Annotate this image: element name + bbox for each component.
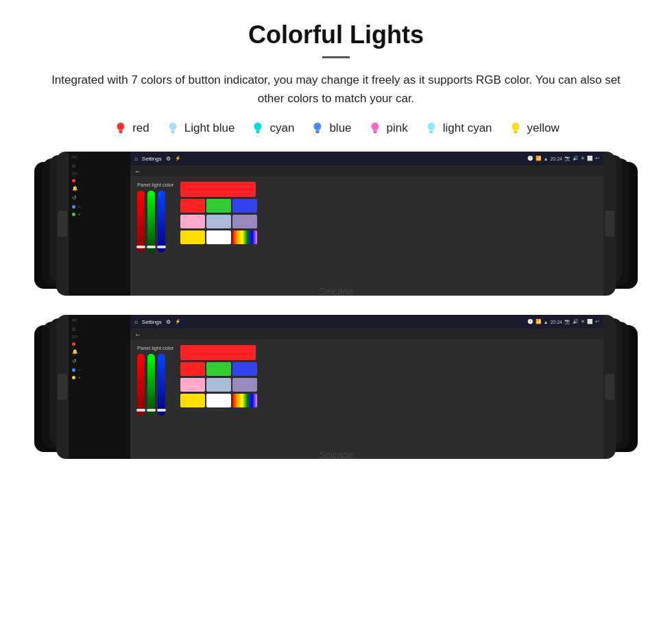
- swatch-preview-top[interactable]: [180, 182, 256, 197]
- swatch-lightblue-top[interactable]: [206, 215, 231, 228]
- camera-icon-b: 📷: [564, 319, 571, 324]
- ctrl-row-back: ↺: [72, 195, 77, 201]
- screen-content-bottom: Panel light color: [130, 340, 603, 459]
- ctrl-power-b: [72, 342, 75, 346]
- svg-point-3: [169, 123, 176, 130]
- clock-icon-b: 🕐: [527, 319, 533, 324]
- rst-label: RST: [72, 172, 78, 176]
- swatch-purple-bottom[interactable]: [232, 378, 257, 392]
- android-screen-top: ⌂ Settings ⚙ ⚡ 🕐 📶 ▲ 20:24 📷 🔊: [130, 152, 603, 296]
- nav-icon: ↩: [595, 156, 599, 161]
- color-label-red: red: [132, 121, 149, 135]
- swatch-red-bottom[interactable]: [180, 362, 205, 376]
- camera-icon: 📷: [564, 156, 571, 161]
- plus-icon: +: [78, 212, 81, 216]
- swatch-blue-bottom[interactable]: [232, 362, 257, 376]
- svg-rect-14: [373, 132, 376, 133]
- svg-rect-19: [514, 130, 518, 132]
- settings-icon: ⚙: [166, 156, 171, 162]
- screen-icon: ⬜: [587, 156, 593, 161]
- color-swatches-bottom: [180, 345, 257, 453]
- color-item-lightblue: Light blue: [165, 120, 235, 137]
- side-nub-right-top: [605, 211, 614, 237]
- vol2-dot: [72, 213, 75, 216]
- swatch-blue-top[interactable]: [232, 199, 257, 213]
- color-label-cyan: cyan: [269, 121, 294, 135]
- color-label-lightblue: Light blue: [184, 121, 235, 135]
- device-section-bottom: MIC ⌂ RST 🔔 ↺ −: [27, 315, 645, 466]
- swatch-rainbow-top[interactable]: [232, 230, 257, 244]
- topbar-left-bottom: ⌂ Settings ⚙ ⚡: [134, 319, 181, 325]
- device-section-top: MIC ⌂ RST 🔔 ↺ −: [27, 152, 645, 302]
- swatch-yellow-bottom[interactable]: [180, 394, 205, 407]
- slider-red-top[interactable]: [137, 191, 145, 252]
- color-indicator-row: red Light blue cyan: [27, 120, 645, 137]
- minus-icon: −: [78, 204, 81, 209]
- page-title: Colorful Lights: [27, 21, 645, 49]
- slider-thumb-blue: [157, 246, 166, 248]
- swatch-green-bottom[interactable]: [206, 362, 231, 376]
- home-icon-topbar-b: ⌂: [134, 319, 138, 325]
- swatch-rainbow-bottom[interactable]: [232, 394, 257, 407]
- mic-label: MIC: [72, 156, 77, 159]
- topbar-right-bottom: 🕐 📶 ▲ 20:24 📷 🔊 ✕ ⬜ ↩: [527, 319, 599, 324]
- swatch-row-2-top: [180, 215, 257, 228]
- swatch-purple-top[interactable]: [232, 215, 257, 228]
- vol-dot-b: [72, 368, 75, 372]
- description-text: Integrated with 7 colors of button indic…: [41, 71, 631, 108]
- panel-color-label: Panel light color: [137, 182, 173, 188]
- swatch-green-top[interactable]: [206, 199, 231, 213]
- nav-back-icon[interactable]: ←: [134, 167, 141, 175]
- home-icon-b: ⌂: [72, 326, 75, 332]
- power-dot: [72, 179, 75, 182]
- swatch-row-1-top: [180, 199, 257, 213]
- color-label-pink: pink: [387, 121, 408, 135]
- slider-red-bottom[interactable]: [137, 354, 145, 416]
- topbar-top: ⌂ Settings ⚙ ⚡ 🕐 📶 ▲ 20:24 📷 🔊: [130, 152, 603, 165]
- ctrl-row-power: [72, 179, 75, 182]
- clock-icon: 🕐: [527, 156, 533, 161]
- nav-back-icon-b[interactable]: ←: [134, 331, 141, 338]
- ctrl-home-b: ⌂: [72, 326, 75, 332]
- settings-text: Settings: [142, 156, 162, 162]
- swatch-red-top[interactable]: [180, 199, 205, 213]
- svg-point-18: [512, 123, 519, 130]
- swatch-white-bottom[interactable]: [206, 394, 231, 407]
- x-icon-b: ✕: [581, 319, 585, 324]
- wifi-icon: ▲: [544, 156, 549, 161]
- swatch-row-3-top: [180, 230, 257, 244]
- nav-bar-bottom: ←: [130, 329, 603, 340]
- slider-blue-top[interactable]: [158, 191, 165, 252]
- svg-rect-4: [171, 130, 175, 132]
- bulb-icon-lightcyan: [423, 120, 440, 137]
- swatch-white-top[interactable]: [206, 230, 231, 244]
- svg-rect-10: [316, 130, 320, 132]
- color-label-blue: blue: [329, 121, 351, 135]
- swatch-yellow-top[interactable]: [180, 230, 205, 244]
- topbar-right-top: 🕐 📶 ▲ 20:24 📷 🔊 ✕ ⬜ ↩: [527, 156, 599, 161]
- swatch-pink-top[interactable]: [180, 215, 205, 228]
- android-screen-bottom: ⌂ Settings ⚙ ⚡ 🕐 📶 ▲ 20:24 📷 🔊: [130, 315, 603, 459]
- color-item-yellow: yellow: [507, 120, 560, 137]
- swatch-lightblue-bottom[interactable]: [206, 378, 231, 392]
- home-icon: ⌂: [72, 163, 75, 169]
- topbar-left-top: ⌂ Settings ⚙ ⚡: [134, 156, 181, 162]
- slider-blue-bottom[interactable]: [158, 354, 165, 416]
- control-panel-bottom: MIC ⌂ RST 🔔 ↺ −: [69, 315, 130, 459]
- settings-text-b: Settings: [142, 319, 162, 325]
- swatch-pink-bottom[interactable]: [180, 378, 205, 392]
- time-display: 20:24: [550, 156, 562, 161]
- svg-rect-8: [256, 132, 260, 133]
- svg-point-6: [254, 123, 262, 130]
- slider-green-bottom[interactable]: [147, 354, 155, 416]
- swatch-preview-bottom[interactable]: [180, 345, 256, 360]
- title-divider: [322, 56, 350, 58]
- panel-section-bottom: Panel light color: [137, 345, 173, 453]
- bulb-icon-yellow: [507, 120, 524, 137]
- ctrl-back-b: ↺: [72, 358, 77, 364]
- topbar-bottom: ⌂ Settings ⚙ ⚡ 🕐 📶 ▲ 20:24 📷 🔊: [130, 315, 603, 329]
- bulb-icon-cyan: [250, 120, 266, 137]
- slider-green-top[interactable]: [147, 191, 155, 252]
- front-device-top: MIC ⌂ RST 🔔 ↺ −: [56, 152, 616, 296]
- bulb-icon-red: [112, 120, 129, 137]
